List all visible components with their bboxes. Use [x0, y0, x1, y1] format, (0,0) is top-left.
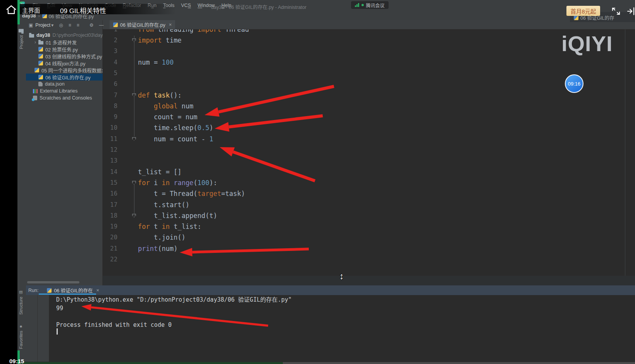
tree-item-label: 05 同一个进程内多线程数据共享. — [41, 67, 103, 74]
code-line: 2import time — [103, 35, 635, 46]
project-panel-header: ▣ Project ▾ ◎ ≡ ≡ ⚙ — — [26, 20, 103, 30]
tree-item-label: 06 验证GIL的存在.py — [45, 74, 91, 81]
tree-item[interactable]: 03 创建线程的多种方式.py — [26, 53, 103, 60]
lib-icon — [33, 89, 38, 93]
py-icon — [34, 68, 39, 72]
line-number: 20 — [103, 232, 117, 243]
hide-panel-button[interactable]: — — [99, 22, 104, 28]
tree-item[interactable]: 04 线程join方法.py — [26, 60, 103, 67]
run-console-output[interactable]: D:\Python38\python.exe "D:/pythonProject… — [49, 295, 635, 362]
run-label: Run: — [28, 288, 38, 293]
tree-item-label: day38 — [36, 33, 50, 38]
line-number: 15 — [103, 177, 117, 188]
project-horizontal-scrollbar[interactable] — [27, 281, 79, 283]
tree-item[interactable]: 05 同一个进程内多线程数据共享. — [26, 67, 103, 74]
chevron-right-icon[interactable]: › — [34, 39, 38, 45]
code-line: 9 count = num — [103, 112, 635, 122]
close-icon[interactable]: × — [96, 287, 99, 293]
line-number: 5 — [103, 68, 117, 79]
tree-item-label: Scratches and Consoles — [40, 95, 92, 101]
run-tab-label: 06 验证GIL的存在 — [54, 287, 93, 294]
code-text: t_list = [] — [138, 167, 182, 177]
py-icon — [38, 75, 43, 79]
code-line: 17 t.start() — [103, 199, 635, 210]
project-panel-title[interactable]: Project — [35, 22, 50, 28]
json-icon — [38, 82, 43, 86]
sidebar-item-project[interactable]: Project — [19, 29, 24, 49]
console-line — [56, 312, 635, 321]
project-settings-gear-icon[interactable]: ⚙ — [89, 22, 94, 28]
tree-item-path: D:\pythonProject03\day38 — [52, 33, 103, 38]
code-line: 10 time.sleep(0.5) — [103, 122, 635, 133]
code-line: 3 — [103, 46, 635, 57]
editor-tab[interactable]: 06 验证GIL的存在.py × — [110, 20, 175, 29]
chevron-down-icon[interactable]: ▾ — [51, 22, 53, 28]
code-line: 15for i in range(100): — [103, 177, 635, 188]
favorites-star-icon: ★ — [19, 325, 23, 329]
video-progress-played — [17, 362, 283, 364]
tree-item-label: 03 创建线程的多种方式.py — [45, 53, 102, 60]
run-tab[interactable]: 06 验证GIL的存在 × — [47, 287, 99, 294]
line-number: 6 — [103, 79, 117, 89]
time-bubble[interactable]: 09:16 — [565, 74, 583, 93]
code-text: import time — [138, 35, 182, 46]
video-subtitle: 主界面 — [22, 6, 40, 14]
code-line: 14t_list = [] — [103, 167, 635, 177]
code-line: 11 num = count - 1 — [103, 134, 635, 144]
line-number: 10 — [103, 122, 117, 133]
tree-item[interactable]: data.json — [26, 81, 103, 88]
signal-bars-icon — [355, 3, 359, 7]
folder-icon — [29, 34, 34, 38]
tree-item-label: data.json — [45, 81, 65, 87]
resize-cursor-icon: ↕ — [339, 271, 344, 282]
tree-item[interactable]: ›01 多进程并发 — [26, 39, 103, 46]
project-stripe-folder-icon — [19, 29, 24, 33]
expand-all-button[interactable]: ≡ — [69, 22, 71, 28]
fold-guide-line — [134, 185, 134, 218]
tree-item[interactable]: External Libraries — [26, 88, 103, 94]
tree-item[interactable]: 02 抢票任务.py — [26, 46, 103, 53]
tree-item[interactable]: day38D:\pythonProject03\day38 — [26, 32, 103, 39]
line-number: 9 — [103, 112, 117, 122]
console-line: D:\Python38\python.exe "D:/pythonProject… — [56, 296, 635, 304]
code-text: t_list.append(t) — [138, 210, 217, 221]
exit-fullscreen-icon[interactable] — [611, 6, 621, 18]
run-toolbar-left — [26, 295, 38, 362]
tree-item[interactable]: Scratches and Consoles — [26, 94, 103, 101]
collapse-all-button[interactable]: ≡ — [77, 22, 79, 28]
fold-marker-icon[interactable] — [132, 137, 136, 141]
project-view-icon: ▣ — [29, 22, 33, 28]
line-number: 13 — [103, 155, 117, 166]
code-line: 20 t.join() — [103, 232, 635, 243]
player-side-strip — [0, 0, 17, 364]
meeting-indicator[interactable]: 腾讯会议 — [351, 1, 389, 9]
locate-file-button[interactable]: ◎ — [59, 22, 63, 28]
sidebar-item-structure[interactable]: Structure ▤ — [19, 290, 23, 315]
playback-time: 09:15 — [9, 358, 24, 364]
iqiyi-watermark: iQIYI — [561, 31, 613, 56]
code-text: num = 100 — [138, 57, 174, 68]
tree-item-label: 02 抢票任务.py — [45, 46, 78, 53]
sidebar-item-favorites[interactable]: Favorites ★ — [19, 325, 23, 349]
editor-run-splitter[interactable] — [103, 276, 635, 285]
screen: PC FileEditViewNavigateCodeRefactorRunTo… — [0, 0, 635, 364]
console-caret — [57, 328, 58, 335]
line-number: 19 — [103, 221, 117, 232]
home-button[interactable] — [5, 5, 17, 15]
code-editor[interactable]: 1from threading import Thread2import tim… — [103, 29, 635, 276]
promo-button[interactable]: 首月8元起 — [566, 6, 600, 16]
line-number: 8 — [103, 101, 117, 112]
line-number: 17 — [103, 199, 117, 210]
code-text: def task(): — [138, 90, 182, 101]
code-text: time.sleep(0.5) — [138, 122, 213, 133]
code-text: for t in t_list: — [138, 221, 201, 232]
tree-item[interactable]: 06 验证GIL的存在.py — [26, 74, 103, 81]
pin-to-side-icon[interactable] — [626, 6, 635, 18]
close-icon[interactable]: × — [169, 22, 172, 27]
video-title: 09 GIL相关特性 — [60, 5, 106, 15]
fold-marker-icon[interactable] — [132, 181, 136, 185]
line-number: 4 — [103, 57, 117, 68]
code-line: 16 t = Thread(target=task) — [103, 188, 635, 199]
structure-icon: ▤ — [19, 290, 23, 295]
code-line: 8 global num — [103, 101, 635, 112]
